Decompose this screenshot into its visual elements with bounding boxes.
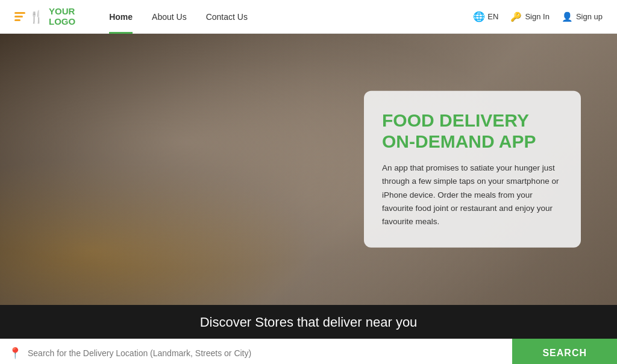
search-input[interactable]: [28, 339, 504, 364]
globe-icon: 🌐: [473, 11, 485, 22]
language-selector[interactable]: 🌐 EN: [473, 11, 498, 22]
search-button[interactable]: SEARCH: [512, 339, 617, 364]
nav-about[interactable]: About Us: [142, 0, 196, 34]
logo-icon: 🍴: [14, 10, 44, 24]
hero-title: FOOD DELIVERY ON-DEMAND APP: [382, 110, 563, 152]
logo-text: YOUR LOGO: [49, 7, 75, 27]
navbar: 🍴 YOUR LOGO Home About Us Contact Us 🌐 E…: [0, 0, 617, 34]
key-icon: 🔑: [510, 11, 522, 22]
language-label: EN: [487, 12, 498, 21]
nav-right: 🌐 EN 🔑 Sign In 👤 Sign up: [473, 11, 603, 22]
sign-up-button[interactable]: 👤 Sign up: [562, 11, 603, 22]
search-row: 📍 SEARCH: [0, 339, 617, 364]
sign-in-label: Sign In: [525, 12, 549, 21]
discover-bar: Discover Stores that deliver near you 📍 …: [0, 305, 617, 364]
nav-home[interactable]: Home: [99, 0, 142, 34]
sign-in-button[interactable]: 🔑 Sign In: [510, 11, 549, 22]
utensils-icon: 🍴: [29, 10, 44, 24]
person-icon: 👤: [562, 11, 573, 22]
discover-heading: Discover Stores that deliver near you: [0, 315, 617, 330]
location-icon: 📍: [8, 347, 22, 360]
hero-section: FOOD DELIVERY ON-DEMAND APP An app that …: [0, 34, 617, 305]
hero-description: An app that promises to satiate your hun…: [382, 162, 563, 228]
sign-up-label: Sign up: [576, 12, 603, 21]
search-input-wrapper: 📍: [0, 339, 512, 364]
logo[interactable]: 🍴 YOUR LOGO: [14, 7, 75, 27]
nav-links: Home About Us Contact Us: [99, 0, 257, 34]
nav-contact[interactable]: Contact Us: [196, 0, 257, 34]
logo-arrow-lines: [14, 12, 25, 21]
hero-card: FOOD DELIVERY ON-DEMAND APP An app that …: [364, 91, 581, 248]
